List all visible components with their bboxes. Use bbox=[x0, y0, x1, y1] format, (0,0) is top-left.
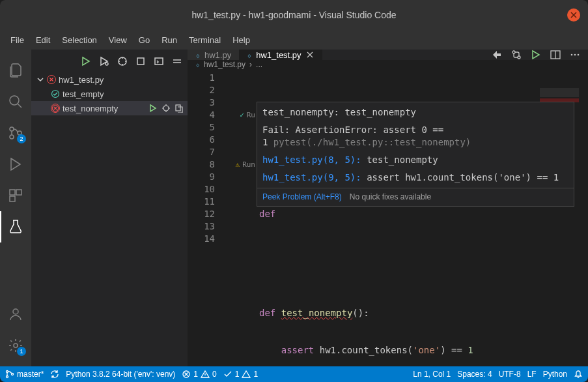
menu-go[interactable]: Go bbox=[133, 33, 155, 48]
svg-point-21 bbox=[574, 54, 576, 56]
activity-explorer[interactable] bbox=[0, 55, 31, 86]
activity-testing[interactable] bbox=[0, 211, 31, 242]
no-quick-fixes-label: No quick fixes available bbox=[350, 191, 431, 203]
tree-test-row-fail[interactable]: test_nonempty bbox=[31, 101, 188, 115]
debug-all-icon[interactable] bbox=[99, 56, 109, 66]
branch-icon bbox=[5, 370, 14, 379]
menu-edit[interactable]: Edit bbox=[31, 33, 55, 48]
activity-accounts[interactable] bbox=[0, 299, 31, 330]
editor-area: ⬨ hw1.py ⬨ hw1_test.py ⬨ bbox=[188, 50, 588, 366]
menu-terminal[interactable]: Terminal bbox=[184, 33, 226, 48]
svg-rect-16 bbox=[176, 105, 180, 111]
test-tree: hw1_test.py test_empty test_nonempty bbox=[31, 72, 188, 115]
status-fail-icon bbox=[51, 104, 60, 113]
svg-point-15 bbox=[163, 106, 169, 111]
activity-search[interactable] bbox=[0, 86, 31, 117]
menu-run[interactable]: Run bbox=[156, 33, 182, 48]
breadcrumb-ell: ... bbox=[256, 60, 262, 69]
tab-bar: ⬨ hw1.py ⬨ hw1_test.py bbox=[188, 50, 588, 60]
svg-rect-6 bbox=[10, 196, 15, 201]
svg-point-20 bbox=[571, 54, 573, 56]
activity-run-debug[interactable] bbox=[0, 149, 31, 180]
account-icon bbox=[8, 306, 23, 322]
run-all-icon[interactable] bbox=[81, 56, 91, 66]
git-compare-icon[interactable] bbox=[511, 50, 522, 60]
status-fail-icon bbox=[47, 75, 56, 84]
activity-bar: 2 1 bbox=[0, 50, 31, 366]
svg-point-17 bbox=[512, 51, 515, 53]
status-sync[interactable] bbox=[50, 370, 59, 379]
tab-label: hw1_test.py bbox=[256, 50, 301, 60]
hover-footer: Peek Problem (Alt+F8) No quick fixes ava… bbox=[257, 188, 574, 206]
menu-view[interactable]: View bbox=[104, 33, 132, 48]
svg-rect-5 bbox=[16, 190, 21, 195]
codelens-pass[interactable]: ✓✓ RuRu bbox=[220, 109, 259, 121]
collapse-icon[interactable] bbox=[172, 56, 182, 66]
svg-point-1 bbox=[10, 127, 14, 131]
activity-settings[interactable]: 1 bbox=[0, 330, 31, 361]
tree-row-actions bbox=[148, 104, 188, 113]
more-icon[interactable] bbox=[570, 50, 580, 60]
tree-file-row[interactable]: hw1_test.py bbox=[31, 72, 188, 87]
svg-point-25 bbox=[12, 374, 14, 375]
svg-point-24 bbox=[7, 376, 8, 378]
svg-point-9 bbox=[105, 63, 108, 65]
hover-line: Fail: AssertionError: assert 0 == bbox=[262, 124, 568, 136]
hover-line: 1 pytest(./hw1_test.py::test_nonempty) bbox=[262, 136, 568, 149]
search-icon bbox=[8, 94, 23, 110]
title-bar: hw1_test.py - hw1-goodmami - Visual Stud… bbox=[0, 0, 588, 30]
breadcrumb-sep: › bbox=[249, 60, 252, 69]
svg-rect-4 bbox=[10, 190, 15, 195]
status-branch[interactable]: master* bbox=[5, 370, 44, 379]
menu-selection[interactable]: Selection bbox=[57, 33, 102, 48]
settings-badge: 1 bbox=[17, 347, 26, 356]
svg-rect-11 bbox=[137, 58, 144, 65]
show-output-icon[interactable] bbox=[154, 56, 164, 66]
line-gutter: 123 456 789 101112 1314 bbox=[188, 69, 220, 382]
sync-icon bbox=[50, 370, 59, 379]
tree-file-label: hw1_test.py bbox=[59, 75, 188, 85]
activity-extensions[interactable] bbox=[0, 180, 31, 211]
menu-help[interactable]: Help bbox=[227, 33, 255, 48]
run-file-icon[interactable] bbox=[531, 50, 541, 60]
diff-icon[interactable] bbox=[492, 50, 502, 60]
problem-hover: test_nonempty: test_nonempty Fail: Asser… bbox=[257, 102, 574, 207]
split-editor-icon[interactable] bbox=[550, 50, 561, 60]
discover-icon[interactable] bbox=[117, 56, 128, 66]
run-test-icon[interactable] bbox=[148, 104, 158, 113]
stop-icon[interactable] bbox=[135, 56, 146, 66]
svg-point-18 bbox=[518, 56, 520, 59]
breadcrumb[interactable]: ⬨ hw1_test.py › ... bbox=[188, 60, 588, 69]
tab-hw1[interactable]: ⬨ hw1.py bbox=[188, 50, 239, 60]
svg-point-0 bbox=[10, 96, 19, 105]
menu-file[interactable]: File bbox=[5, 33, 29, 48]
close-icon bbox=[570, 12, 577, 18]
error-squiggle: test_nonempty bbox=[281, 308, 353, 318]
debug-test-icon[interactable] bbox=[161, 104, 171, 113]
tab-close-icon[interactable] bbox=[305, 50, 315, 59]
codelens-gutter: ✓✓ RuRu ⚠Run bbox=[220, 69, 259, 382]
hover-link-line[interactable]: hw1_test.py(8, 5): test_nonempty bbox=[262, 154, 568, 166]
window-title: hw1_test.py - hw1-goodmami - Visual Stud… bbox=[191, 10, 396, 20]
svg-point-23 bbox=[7, 371, 8, 373]
tab-hw1-test[interactable]: ⬨ hw1_test.py bbox=[239, 50, 322, 60]
status-pass-icon bbox=[51, 89, 60, 98]
svg-point-2 bbox=[10, 135, 14, 139]
open-file-icon[interactable] bbox=[175, 104, 184, 113]
editor-actions bbox=[484, 50, 588, 60]
python-file-icon: ⬨ bbox=[195, 60, 200, 69]
status-python[interactable]: Python 3.8.2 64-bit ('env': venv) bbox=[66, 370, 175, 379]
svg-rect-12 bbox=[155, 58, 163, 65]
codelens-fail[interactable]: ⚠Run bbox=[220, 158, 259, 171]
tree-test-row-pass[interactable]: test_empty bbox=[31, 87, 188, 101]
activity-scm[interactable]: 2 bbox=[0, 117, 31, 149]
testing-icon bbox=[8, 219, 23, 235]
testing-toolbar bbox=[31, 50, 188, 72]
tree-test-label: test_nonempty bbox=[63, 104, 146, 113]
peek-problem-link[interactable]: Peek Problem (Alt+F8) bbox=[262, 191, 342, 203]
hover-link-line[interactable]: hw1_test.py(9, 5): assert hw1.count_toke… bbox=[262, 171, 568, 184]
python-file-icon: ⬨ bbox=[195, 50, 201, 60]
testing-sidebar: hw1_test.py test_empty test_nonempty bbox=[31, 50, 188, 366]
window-close-button[interactable] bbox=[567, 8, 580, 22]
tree-test-label: test_empty bbox=[63, 89, 188, 99]
